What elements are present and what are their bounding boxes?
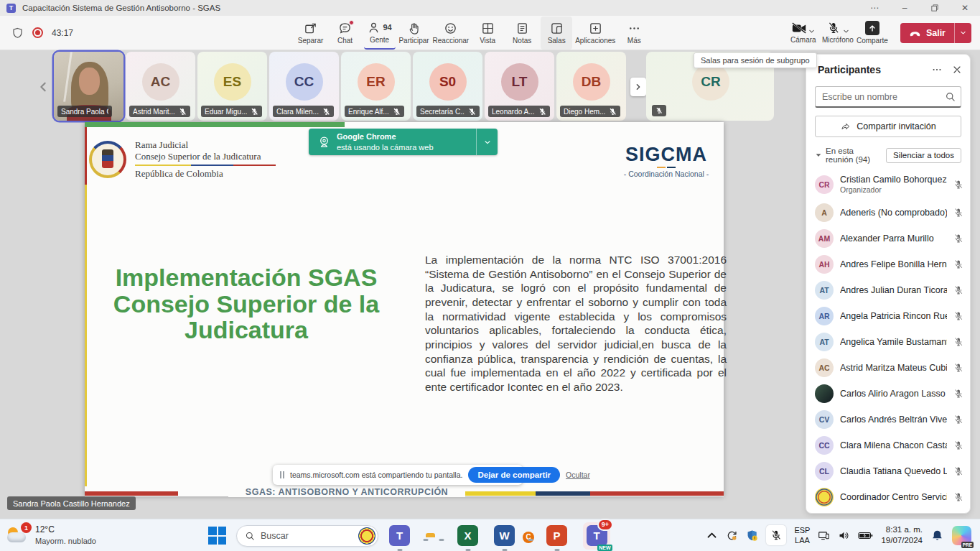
weather-widget[interactable]: 1 12°CMayorm. nublado (0, 524, 144, 546)
tray-mic-muted[interactable] (766, 525, 786, 545)
stop-sharing-button[interactable]: Dejar de compartir (468, 467, 560, 483)
leave-button[interactable]: Salir (900, 23, 971, 43)
participant-tile[interactable]: AC Astrid Marit... (126, 52, 195, 121)
copilot-icon[interactable]: PRE (952, 526, 971, 545)
separar-button[interactable]: Separar (295, 17, 327, 50)
participant-row[interactable]: AM Alexander Parra Murillo (815, 226, 966, 251)
panel-close-button[interactable] (951, 64, 963, 75)
aplicaciones-button[interactable]: Aplicaciones (575, 17, 615, 50)
taskbar-item-word[interactable]: W (494, 525, 515, 546)
participant-row[interactable]: Coordinador Centro Servicios ... (815, 484, 966, 510)
tray-overflow-chevron[interactable] (706, 529, 718, 542)
copilot-pre-label: PRE (961, 542, 974, 548)
minimize-button[interactable]: – (890, 0, 920, 16)
display-icon[interactable] (818, 529, 830, 542)
participant-tile[interactable]: DB Diego Hem... (556, 52, 626, 121)
leave-options-chevron[interactable] (954, 23, 971, 43)
participar-button[interactable]: Participar (398, 17, 430, 50)
participant-row[interactable]: CR Cristian Camilo Bohorquez Ro...Organi… (815, 169, 966, 200)
avatar: S0 (429, 63, 467, 101)
mute-all-button[interactable]: Silenciar a todos (886, 148, 961, 163)
mic-muted-icon[interactable] (953, 285, 963, 295)
panel-more-button[interactable] (931, 64, 943, 75)
chat-button[interactable]: Chat (330, 17, 361, 50)
mic-muted-icon[interactable] (953, 311, 963, 321)
org-line1: Rama Judicial (135, 139, 276, 151)
notas-button[interactable]: Notas (506, 17, 538, 50)
participant-row[interactable]: AR Angela Patricia Rincon Rueda (815, 303, 966, 329)
restore-button[interactable] (920, 0, 950, 16)
section-collapse-chevron[interactable] (815, 152, 822, 159)
microphone-button[interactable]: Micrófono (821, 22, 854, 44)
mic-muted-icon[interactable] (953, 259, 963, 269)
taskbar-item-powerpoint[interactable]: P (546, 525, 567, 546)
participant-tile[interactable]: S0 Secretaría C... (413, 52, 482, 121)
titlebar-more-button[interactable]: ⋯ (859, 0, 890, 16)
gente-button[interactable]: 94 Gente (364, 17, 396, 50)
security-warning-icon[interactable] (746, 529, 758, 542)
participant-row[interactable]: AC Astrid Maritza Mateus Cubides (815, 355, 966, 381)
hangup-icon (909, 29, 921, 37)
mic-muted-icon[interactable] (953, 466, 963, 476)
camera-chevron-icon[interactable] (808, 28, 815, 34)
notifications-bell-icon[interactable] (930, 529, 944, 542)
start-button[interactable] (208, 527, 226, 545)
participant-tile[interactable]: ES Eduar Migu... (197, 52, 267, 121)
meeting-security-icon[interactable] (11, 27, 24, 40)
mic-chevron-icon[interactable] (843, 28, 849, 34)
participant-tile[interactable]: LT Leonardo A... (485, 52, 554, 121)
participant-row[interactable]: AH Andres Felipe Bonilla Hernand... (815, 251, 966, 277)
tile-name-label: Astrid Marit... (133, 108, 175, 116)
vista-button[interactable]: Vista (472, 17, 503, 50)
reaccionar-button[interactable]: Reaccionar (433, 17, 470, 50)
mic-muted-icon[interactable] (953, 389, 963, 399)
participant-row[interactable]: AT Andres Julian Duran Ticora (815, 277, 966, 303)
breakout-rooms-icon (550, 22, 564, 35)
clock[interactable]: 8:31 a. m.19/07/2024 (881, 524, 923, 546)
mic-muted-icon[interactable] (953, 208, 963, 218)
teams-notification-badge: 9+ (597, 519, 613, 531)
chrome-camera-notification[interactable]: Google Chrome está usando la cámara web (309, 129, 498, 155)
taskbar-item-teams[interactable]: T (389, 525, 410, 546)
close-button[interactable]: ✕ (950, 0, 980, 16)
participant-tile[interactable]: ER Enrique Alf... (341, 52, 411, 121)
participant-row[interactable]: Carlos Alirio Aragon Lasso (815, 381, 966, 407)
notification-expand-button[interactable] (476, 129, 498, 155)
participant-row[interactable]: CV Carlos Andrés Beltrán Viveros (815, 407, 966, 432)
hide-banner-link[interactable]: Ocultar (566, 471, 590, 479)
filmstrip-next-button[interactable] (630, 78, 646, 96)
avatar-photo (815, 384, 834, 403)
volume-icon[interactable] (838, 529, 850, 542)
mic-muted-icon[interactable] (953, 440, 963, 450)
participant-row[interactable]: CC Clara Milena Chacon Castaño (815, 432, 966, 458)
filmstrip-prev-button[interactable] (37, 79, 49, 95)
participant-row[interactable]: AT Angelica Yamile Bustamante T... (815, 329, 966, 355)
taskbar-item-teams-new[interactable]: T9+NEW (583, 522, 610, 550)
salas-button[interactable]: Salas (541, 17, 572, 50)
battery-icon[interactable] (858, 529, 873, 542)
weather-temp: 12°C (35, 524, 96, 536)
taskbar-search[interactable]: Buscar (236, 525, 378, 547)
participant-row[interactable]: A Adeneris (No comprobado) (815, 200, 966, 226)
search-participant-input[interactable] (815, 86, 961, 108)
camera-button[interactable]: Cámara (787, 22, 820, 44)
update-icon[interactable] (726, 529, 738, 542)
search-icon (245, 531, 255, 541)
participant-row[interactable]: DP Daniela Fernanda Devia Peralta (815, 510, 966, 513)
participant-row[interactable]: CL Claudia Tatiana Quevedo Leal (815, 458, 966, 484)
video-tile-active-speaker[interactable]: Sandra Paola Ca... (54, 52, 123, 121)
mic-muted-icon[interactable] (953, 180, 963, 190)
share-invite-button[interactable]: Compartir invitación (815, 116, 961, 137)
language-indicator[interactable]: ESPLAA (794, 525, 810, 546)
mic-muted-icon[interactable] (953, 415, 963, 425)
mic-muted-icon[interactable] (953, 492, 963, 502)
mic-muted-icon[interactable] (953, 233, 963, 244)
share-button[interactable]: Comparte (856, 21, 889, 45)
pause-icon[interactable] (280, 471, 284, 478)
taskbar-item-excel[interactable]: X (457, 525, 478, 546)
mic-muted-icon[interactable] (953, 363, 963, 373)
mic-muted-icon[interactable] (953, 337, 963, 347)
mas-button[interactable]: Más (618, 17, 650, 50)
participant-tile[interactable]: CC Clara Milen... (269, 52, 339, 121)
teams-new-tag: NEW (597, 545, 612, 551)
